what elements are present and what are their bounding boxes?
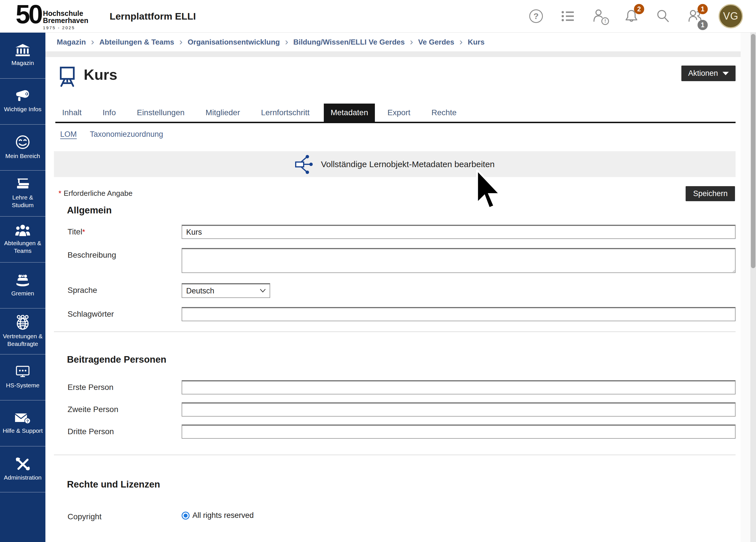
dritte-person-input[interactable] xyxy=(182,425,736,439)
sidebar-item-gremien[interactable]: Gremien xyxy=(0,262,45,308)
chevron-down-icon xyxy=(723,72,729,75)
who-is-online-button[interactable]: ! xyxy=(591,8,608,24)
tab-metadaten[interactable]: Metadaten xyxy=(324,104,375,122)
page-title: Kurs xyxy=(84,66,117,83)
tools-icon xyxy=(15,457,30,471)
breadcrumb-item[interactable]: Abteilungen & Teams xyxy=(99,38,174,47)
course-easel-icon xyxy=(58,66,76,87)
repository-icon xyxy=(15,44,30,56)
radio-selected-icon[interactable] xyxy=(182,512,190,520)
breadcrumb-separator-icon: › xyxy=(285,37,288,46)
graduation-books-icon xyxy=(15,178,31,191)
sidebar-item-mein-bereich[interactable]: Mein Bereich xyxy=(0,125,45,171)
copyright-radio-option[interactable]: All rights reserved xyxy=(182,511,736,520)
tab-export[interactable]: Export xyxy=(381,104,417,122)
section-divider xyxy=(54,331,736,332)
smiley-icon xyxy=(15,135,30,150)
breadcrumb-divider xyxy=(45,51,741,57)
required-asterisk: * xyxy=(58,189,61,198)
beschreibung-textarea[interactable] xyxy=(182,248,736,273)
main-content: Magazin › Abteilungen & Teams › Organisa… xyxy=(45,33,741,542)
sidebar-item-hs-systeme[interactable]: HS-Systeme xyxy=(0,354,45,400)
section-divider xyxy=(54,455,736,455)
sidebar-item-lehre-studium[interactable]: Lehre & Studium xyxy=(0,171,45,217)
subtab-bar: LOM Taxonomiezuordnung xyxy=(60,130,736,139)
sidebar-item-vertretungen[interactable]: Vertretungen & Beauftragte xyxy=(0,308,45,354)
search-button[interactable] xyxy=(655,8,671,24)
breadcrumb-separator-icon: › xyxy=(410,37,413,46)
edit-full-metadata-link[interactable]: Vollständige Lernobjekt-Metadaten bearbe… xyxy=(54,151,736,177)
logo-anniversary: 50 xyxy=(16,3,41,26)
save-button[interactable]: Speichern xyxy=(686,186,735,201)
scrollbar-thumb[interactable] xyxy=(751,34,755,268)
tab-info[interactable]: Info xyxy=(96,104,123,122)
section-heading-allgemein: Allgemein xyxy=(67,205,736,216)
monitor-icon xyxy=(15,365,31,379)
schlagwoerter-label: Schlagwörter xyxy=(68,307,182,321)
subtab-lom[interactable]: LOM xyxy=(60,130,77,139)
breadcrumb-separator-icon: › xyxy=(91,37,94,46)
sprache-select[interactable]: Deutsch xyxy=(182,283,270,298)
copyright-label: Copyright xyxy=(68,510,182,521)
notification-count-badge: 2 xyxy=(634,4,644,14)
app-title: Lernplattform ELLI xyxy=(110,11,196,22)
contacts-button[interactable]: 1 1 xyxy=(687,8,703,24)
contacts-secondary-badge: 1 xyxy=(698,20,708,30)
subtab-taxonomiezuordnung[interactable]: Taxonomiezuordnung xyxy=(90,130,163,139)
tab-lernfortschritt[interactable]: Lernfortschritt xyxy=(254,104,316,122)
tab-inhalt[interactable]: Inhalt xyxy=(55,104,89,122)
required-asterisk: * xyxy=(82,228,85,236)
copyright-option-label: All rights reserved xyxy=(192,511,254,520)
content-gutter xyxy=(741,33,750,542)
metadata-tree-icon xyxy=(295,154,314,175)
actions-button[interactable]: Aktionen xyxy=(681,66,736,81)
team-icon xyxy=(15,224,31,237)
megaphone-icon xyxy=(15,90,31,103)
erste-person-input[interactable] xyxy=(182,380,736,394)
user-avatar[interactable]: VG xyxy=(719,4,743,28)
main-navigation-sidebar: Magazin Wichtige Infos Mein Bereich Lehr… xyxy=(0,33,45,542)
top-header: 50 Hochschule Bremerhaven 1975 - 2025 Le… xyxy=(0,0,756,33)
section-heading-rechte: Rechte und Lizenzen xyxy=(67,479,736,490)
committee-icon xyxy=(15,273,31,287)
breadcrumb-item[interactable]: Bildung/Wissen/ELLI Ve Gerdes xyxy=(293,38,405,47)
breadcrumb-item[interactable]: Ve Gerdes xyxy=(418,38,454,47)
contacts-new-badge: 1 xyxy=(698,4,708,14)
alert-badge-icon: ! xyxy=(601,17,609,25)
university-logo[interactable]: 50 Hochschule Bremerhaven 1975 - 2025 xyxy=(16,3,88,30)
sidebar-item-magazin[interactable]: Magazin xyxy=(0,33,45,79)
zweite-person-label: Zweite Person xyxy=(68,402,182,417)
section-heading-beitragende: Beitragende Personen xyxy=(67,354,736,365)
header-icon-bar: ? ! 2 xyxy=(528,4,743,28)
breadcrumb: Magazin › Abteilungen & Teams › Organisa… xyxy=(45,33,741,51)
zweite-person-input[interactable] xyxy=(182,402,736,417)
list-icon xyxy=(560,9,576,24)
globe-people-icon xyxy=(15,315,30,330)
sprache-label: Sprache xyxy=(68,283,182,298)
scrollbar-track[interactable] xyxy=(750,33,756,542)
logo-text: Hochschule Bremerhaven 1975 - 2025 xyxy=(43,10,88,30)
tab-mitglieder[interactable]: Mitglieder xyxy=(199,104,247,122)
breadcrumb-separator-icon: › xyxy=(459,37,463,46)
svg-text:?: ? xyxy=(26,419,29,423)
sidebar-item-administration[interactable]: Administration xyxy=(0,446,45,492)
erste-person-label: Erste Person xyxy=(68,380,182,394)
notifications-button[interactable]: 2 xyxy=(623,8,640,24)
sidebar-item-hilfe-support[interactable]: ? Hilfe & Support xyxy=(0,400,45,446)
sidebar-item-abteilungen-teams[interactable]: Abteilungen & Teams xyxy=(0,217,45,262)
help-icon: ? xyxy=(529,9,543,23)
sidebar-item-wichtige-infos[interactable]: Wichtige Infos xyxy=(0,79,45,125)
breadcrumb-item[interactable]: Organisationsentwicklung xyxy=(188,38,280,47)
edit-full-metadata-label: Vollständige Lernobjekt-Metadaten bearbe… xyxy=(321,159,495,169)
todo-list-button[interactable] xyxy=(560,8,576,24)
help-button[interactable]: ? xyxy=(528,8,544,24)
search-icon xyxy=(655,8,671,24)
breadcrumb-item-current: Kurs xyxy=(468,38,484,47)
dritte-person-label: Dritte Person xyxy=(68,425,182,439)
tab-rechte[interactable]: Rechte xyxy=(425,104,463,122)
breadcrumb-item[interactable]: Magazin xyxy=(57,38,86,47)
schlagwoerter-input[interactable] xyxy=(182,307,736,321)
tab-einstellungen[interactable]: Einstellungen xyxy=(130,104,191,122)
titel-input[interactable] xyxy=(182,225,736,239)
breadcrumb-separator-icon: › xyxy=(179,37,182,46)
